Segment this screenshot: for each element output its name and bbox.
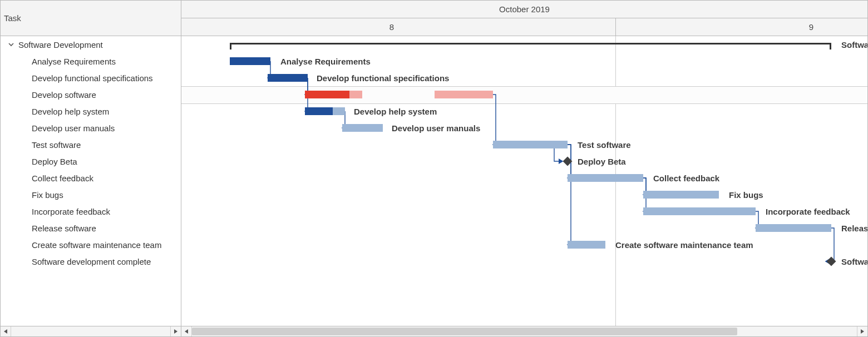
task-grid-hscrollbar[interactable] [1, 326, 181, 336]
bar-label: Test software [578, 140, 631, 150]
task-row[interactable]: Test software [1, 136, 181, 153]
gantt-bar[interactable] [568, 174, 643, 182]
timeline-panel: October 2019 8 9 [181, 1, 867, 336]
task-label: Software development complete [32, 257, 151, 266]
bar-label: Create software maintenance team [615, 240, 753, 250]
timeline-body[interactable]: Software Development Analyse Requirement… [181, 36, 867, 326]
task-label: Test software [32, 140, 81, 150]
task-label: Fix bugs [32, 190, 63, 200]
task-label: Software Development [18, 40, 103, 49]
gantt-bar[interactable] [268, 74, 308, 82]
task-label: Develop functional specifications [32, 73, 153, 83]
task-row[interactable]: Collect feedback [1, 170, 181, 186]
task-grid: Task Software Development Analyse Requir… [1, 1, 181, 336]
task-row[interactable]: Develop software [1, 86, 181, 103]
milestone-icon[interactable] [563, 157, 573, 166]
bar-label: Develop user manuals [392, 123, 480, 133]
gantt-bar-critical-split[interactable] [435, 91, 493, 98]
timescale-top: October 2019 [181, 1, 867, 18]
task-row[interactable]: Release software [1, 220, 181, 236]
gantt-bar[interactable] [493, 141, 568, 148]
gantt-bar[interactable] [643, 191, 719, 199]
row-highlight [181, 86, 867, 104]
task-row[interactable]: Software development complete [1, 253, 181, 270]
bar-label: Collect feedback [653, 174, 719, 183]
bar-label: Release software [841, 224, 867, 233]
task-label: Deploy Beta [32, 157, 77, 166]
task-row[interactable]: Create software maintenance team [1, 236, 181, 253]
task-label: Collect feedback [32, 174, 93, 183]
task-label: Develop help system [32, 107, 109, 116]
gantt-bar[interactable] [568, 241, 605, 249]
task-row[interactable]: Fix bugs [1, 186, 181, 203]
bar-label: Incorporate feedback [766, 207, 850, 216]
gantt-bar[interactable] [333, 107, 345, 115]
gantt-container: Task Software Development Analyse Requir… [0, 0, 868, 337]
task-row-summary[interactable]: Software Development [1, 36, 181, 53]
gantt-bar-critical-remaining[interactable] [349, 91, 362, 98]
scroll-left-icon[interactable] [181, 326, 192, 336]
timescale-top-label: October 2019 [499, 4, 550, 14]
scroll-right-icon[interactable] [170, 326, 181, 336]
task-label: Incorporate feedback [32, 207, 110, 216]
bar-label: Deploy Beta [578, 157, 626, 166]
scroll-track[interactable] [192, 326, 857, 336]
task-label: Develop user manuals [32, 123, 115, 133]
bar-label: Fix bugs [729, 190, 763, 200]
bar-label: Software Development [841, 40, 867, 49]
task-row[interactable]: Develop help system [1, 103, 181, 120]
scroll-thumb[interactable] [192, 328, 737, 335]
task-label: Develop software [32, 90, 96, 100]
day-label: 8 [381, 18, 403, 36]
task-row[interactable]: Deploy Beta [1, 153, 181, 170]
task-column-title: Task [4, 13, 21, 23]
gantt-bar[interactable] [756, 224, 831, 232]
task-label: Analyse Requirements [32, 57, 116, 66]
bar-label: Software development complete [841, 257, 867, 266]
chevron-down-icon[interactable] [6, 39, 16, 49]
gantt-bar[interactable] [643, 207, 756, 215]
gantt-bar[interactable] [230, 57, 270, 65]
scroll-left-icon[interactable] [1, 326, 11, 336]
milestone-icon[interactable] [827, 257, 836, 266]
timeline-hscrollbar[interactable] [181, 326, 867, 336]
timeline-header: October 2019 8 9 [181, 1, 867, 36]
gantt-bar-critical[interactable] [305, 91, 349, 98]
task-column-header[interactable]: Task [1, 1, 181, 36]
day-label: 9 [800, 18, 822, 36]
task-row[interactable]: Incorporate feedback [1, 203, 181, 220]
bar-label: Analyse Requirements [280, 57, 371, 66]
task-row[interactable]: Analyse Requirements [1, 53, 181, 70]
gantt-bar[interactable] [342, 124, 383, 132]
bar-label: Develop functional specifications [317, 73, 449, 83]
scroll-track[interactable] [11, 326, 170, 336]
bar-label: Develop help system [354, 107, 437, 116]
task-row[interactable]: Develop user manuals [1, 120, 181, 136]
timescale-bottom: 8 9 [181, 18, 867, 36]
scroll-right-icon[interactable] [857, 326, 867, 336]
task-label: Create software maintenance team [32, 240, 161, 250]
task-rows: Software Development Analyse Requirement… [1, 36, 181, 326]
summary-bar[interactable] [230, 43, 831, 49]
task-label: Release software [32, 224, 96, 233]
gantt-bar[interactable] [305, 107, 333, 115]
time-divider [615, 18, 616, 36]
task-row[interactable]: Develop functional specifications [1, 70, 181, 86]
